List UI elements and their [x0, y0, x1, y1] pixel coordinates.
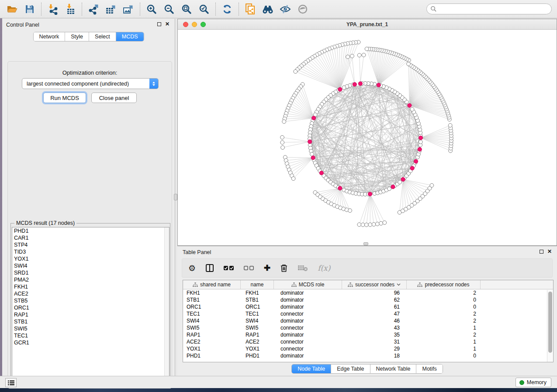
zoom-fit-button[interactable]: [178, 2, 195, 17]
graph-dominator-node[interactable]: [319, 171, 323, 175]
column-header-shared-name[interactable]: shared name: [183, 280, 241, 289]
tab-mcds[interactable]: MCDS: [116, 32, 144, 41]
memory-button[interactable]: Memory: [515, 378, 551, 387]
tab-motifs[interactable]: Motifs: [416, 364, 442, 373]
tab-style[interactable]: Style: [65, 32, 89, 41]
graph-node[interactable]: [376, 222, 380, 226]
graph-node[interactable]: [365, 47, 369, 51]
mcds-result-item[interactable]: SWI5: [12, 325, 169, 332]
mcds-result-item[interactable]: TEC1: [12, 332, 169, 339]
table-row[interactable]: YOX1YOX1connector291: [183, 345, 553, 352]
mcds-result-item[interactable]: STP4: [12, 241, 169, 248]
graph-dominator-node[interactable]: [410, 166, 414, 170]
tab-network-table[interactable]: Network Table: [370, 364, 417, 373]
refresh-button[interactable]: [218, 2, 236, 17]
mcds-result-item[interactable]: PMA2: [12, 276, 169, 283]
mcds-result-item[interactable]: YOX1: [12, 255, 169, 262]
graph-node[interactable]: [350, 54, 354, 58]
network-window-titlebar[interactable]: YPA_prune.txt_1: [178, 19, 557, 30]
graph-dominator-node[interactable]: [391, 185, 395, 189]
table-row[interactable]: STB1STB1dominator620: [183, 296, 553, 303]
graph-node[interactable]: [430, 183, 434, 187]
mcds-list-scrollbar[interactable]: [164, 227, 169, 384]
table-scrollbar-thumb[interactable]: [548, 292, 552, 353]
graph-dominator-node[interactable]: [353, 83, 356, 86]
float-panel-icon[interactable]: [157, 22, 161, 26]
graph-node[interactable]: [280, 135, 284, 139]
mcds-result-item[interactable]: RAP1: [12, 311, 169, 318]
table-row[interactable]: RAP1RAP1dominator352: [183, 331, 553, 338]
mcds-result-item[interactable]: FKH1: [12, 283, 169, 290]
mcds-result-item[interactable]: STB5: [12, 297, 169, 304]
graph-dominator-node[interactable]: [414, 159, 418, 163]
graph-node[interactable]: [362, 53, 366, 57]
tab-network[interactable]: Network: [33, 32, 65, 41]
table-row[interactable]: TEC1TEC1connector472: [183, 310, 553, 317]
column-header-MCDS-role[interactable]: MCDS role: [274, 280, 342, 289]
graph-dominator-node[interactable]: [419, 136, 422, 140]
close-panel-icon[interactable]: ✕: [165, 22, 170, 26]
mcds-result-item[interactable]: STB1: [12, 318, 169, 325]
hide-selected-button[interactable]: [277, 2, 294, 17]
graph-node[interactable]: [348, 209, 352, 213]
graph-node[interactable]: [281, 146, 285, 150]
import-network-button[interactable]: [44, 2, 62, 17]
graph-node[interactable]: [372, 223, 376, 227]
mcds-result-item[interactable]: SRD1: [12, 269, 169, 276]
mcds-result-item[interactable]: PHD1: [12, 227, 169, 234]
graph-dominator-node[interactable]: [358, 82, 362, 86]
show-graphics-details-button[interactable]: [294, 2, 311, 17]
tab-edge-table[interactable]: Edge Table: [331, 364, 370, 373]
graph-dominator-node[interactable]: [418, 148, 422, 151]
network-canvas[interactable]: [178, 30, 557, 245]
table-row[interactable]: ORC1ORC1dominator610: [183, 303, 553, 310]
table-settings-icon[interactable]: ⚙: [188, 263, 196, 273]
graph-node[interactable]: [410, 107, 414, 111]
graph-node[interactable]: [280, 141, 284, 144]
mcds-result-item[interactable]: ORC1: [12, 304, 169, 311]
graph-node[interactable]: [342, 86, 346, 89]
show-columns-icon[interactable]: [205, 264, 214, 272]
add-column-icon[interactable]: ✚: [264, 263, 270, 273]
column-header-successor-nodes[interactable]: successor nodes: [342, 280, 407, 289]
vertical-splitter-grip[interactable]: [174, 194, 177, 200]
first-neighbors-button[interactable]: [259, 2, 277, 17]
column-header-name[interactable]: name: [241, 280, 274, 289]
mcds-result-item[interactable]: CAR1: [12, 234, 169, 241]
graph-node[interactable]: [448, 124, 452, 127]
graph-dominator-node[interactable]: [308, 140, 312, 144]
graph-node[interactable]: [346, 55, 350, 59]
run-mcds-button[interactable]: Run MCDS: [43, 93, 86, 103]
graph-node[interactable]: [294, 69, 298, 73]
tab-node-table[interactable]: Node Table: [292, 364, 331, 373]
graph-dominator-node[interactable]: [408, 103, 412, 107]
table-scrollbar[interactable]: [547, 290, 553, 362]
search-input[interactable]: [437, 5, 551, 14]
mcds-result-item[interactable]: ACE2: [12, 290, 169, 297]
graph-node[interactable]: [368, 223, 372, 227]
select-all-icon[interactable]: [224, 265, 234, 271]
float-panel-icon[interactable]: [540, 250, 543, 254]
graph-node[interactable]: [357, 223, 361, 227]
tab-select[interactable]: Select: [89, 32, 116, 41]
zoom-out-button[interactable]: [160, 2, 178, 17]
criterion-dropdown[interactable]: largest connected component (undirected): [22, 78, 159, 89]
graph-node[interactable]: [398, 180, 402, 184]
graph-node[interactable]: [310, 152, 314, 156]
graph-node[interactable]: [282, 120, 286, 124]
graph-node[interactable]: [419, 140, 422, 144]
mcds-result-item[interactable]: GCR1: [12, 339, 169, 346]
open-file-button[interactable]: [3, 2, 21, 17]
graph-dominator-node[interactable]: [312, 116, 316, 120]
mcds-result-item[interactable]: SWI4: [12, 262, 169, 269]
node-table[interactable]: shared namenameMCDS rolesuccessor nodesp…: [183, 280, 554, 362]
graph-node[interactable]: [357, 53, 361, 57]
graph-node[interactable]: [383, 221, 387, 225]
graph-dominator-node[interactable]: [401, 177, 405, 181]
close-panel-button[interactable]: Close panel: [91, 93, 137, 103]
delete-column-icon[interactable]: [280, 264, 288, 272]
table-row[interactable]: ACE2ACE2connector311: [183, 338, 553, 345]
table-row[interactable]: FKH1FKH1dominator962: [183, 289, 553, 296]
save-session-button[interactable]: [21, 2, 38, 17]
zoom-selected-button[interactable]: [195, 2, 213, 17]
